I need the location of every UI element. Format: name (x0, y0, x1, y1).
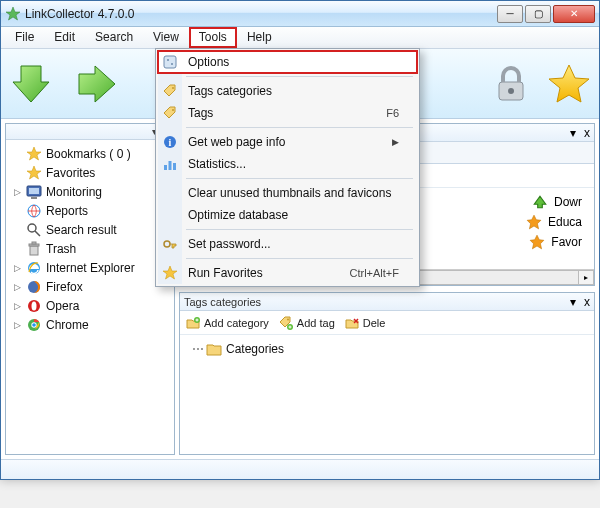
menu-label: Run Favorites (188, 266, 263, 280)
tree-bookmarks[interactable]: Bookmarks ( 0 ) (8, 144, 172, 163)
chrome-icon (26, 317, 42, 333)
bookmarks-tree[interactable]: Bookmarks ( 0 ) Favorites ▷ Monitoring R… (6, 140, 174, 454)
svg-rect-7 (29, 188, 39, 194)
svg-marker-26 (530, 235, 544, 249)
maximize-button[interactable]: ▢ (525, 5, 551, 23)
tag-icon (162, 83, 178, 99)
info-icon: i (162, 134, 178, 150)
minimize-button[interactable]: ─ (497, 5, 523, 23)
svg-rect-32 (164, 56, 176, 68)
expand-icon[interactable]: ▷ (12, 282, 22, 292)
menu-tags[interactable]: Tags F6 (158, 102, 417, 124)
svg-rect-12 (30, 246, 38, 255)
left-pane-header: ▾ x (6, 124, 174, 140)
categories-root[interactable]: ⋯ Categories (186, 339, 588, 358)
lock-icon[interactable] (489, 62, 533, 106)
tree-label: Chrome (46, 318, 89, 332)
opera-icon (26, 298, 42, 314)
tree-ie[interactable]: ▷ Internet Explorer (8, 258, 172, 277)
window-title: LinkCollector 4.7.0.0 (25, 7, 495, 21)
arrow-right-green-icon[interactable] (75, 62, 119, 106)
menu-run-favorites[interactable]: Run Favorites Ctrl+Alt+F (158, 262, 417, 284)
svg-rect-41 (173, 163, 176, 170)
scroll-right-button[interactable]: ▸ (578, 270, 594, 285)
menu-view[interactable]: View (143, 27, 189, 48)
tree-label: Internet Explorer (46, 261, 135, 275)
panel-close-button[interactable]: x (584, 126, 590, 140)
menu-file[interactable]: File (5, 27, 44, 48)
menu-statistics[interactable]: Statistics... (158, 153, 417, 175)
svg-rect-8 (31, 197, 37, 199)
star-icon (26, 165, 42, 181)
svg-point-42 (164, 241, 170, 247)
tree-label: Favorites (46, 166, 95, 180)
svg-text:i: i (169, 137, 172, 148)
menu-get-web-info[interactable]: i Get web page info ▶ (158, 131, 417, 153)
panel-close-button[interactable]: x (584, 295, 590, 309)
tree-favorites[interactable]: Favorites (8, 163, 172, 182)
up-arrow-green-icon (532, 194, 548, 210)
options-icon (162, 54, 178, 70)
add-tag-button[interactable]: Add tag (279, 316, 335, 330)
arrow-down-green-icon[interactable] (9, 62, 53, 106)
svg-line-11 (35, 231, 40, 236)
star-run-icon (162, 265, 178, 281)
tree-search-result[interactable]: Search result (8, 220, 172, 239)
firefox-icon (26, 279, 42, 295)
tree-reports[interactable]: Reports (8, 201, 172, 220)
svg-marker-43 (163, 266, 177, 279)
menu-label: Get web page info (188, 135, 285, 149)
submenu-arrow-icon: ▶ (392, 137, 399, 147)
menu-search[interactable]: Search (85, 27, 143, 48)
expand-icon[interactable]: ▷ (12, 187, 22, 197)
menu-edit[interactable]: Edit (44, 27, 85, 48)
statusbar (1, 459, 599, 479)
svg-point-36 (172, 109, 174, 111)
expand-icon[interactable]: ▷ (12, 320, 22, 330)
menu-label: Optimize database (188, 208, 288, 222)
close-button[interactable]: ✕ (553, 5, 595, 23)
svg-point-34 (171, 63, 173, 65)
svg-point-18 (32, 301, 37, 310)
menu-label: Clear unused thumbnails and favicons (188, 186, 391, 200)
menu-tags-categories[interactable]: Tags categories (158, 80, 417, 102)
svg-marker-3 (549, 65, 589, 102)
menu-set-password[interactable]: Set password... (158, 233, 417, 255)
tree-trash[interactable]: Trash (8, 239, 172, 258)
star-yellow-icon[interactable] (547, 62, 591, 106)
add-category-button[interactable]: Add category (186, 316, 269, 330)
svg-marker-5 (27, 166, 41, 179)
menu-clear-thumbnails[interactable]: Clear unused thumbnails and favicons (158, 182, 417, 204)
svg-marker-25 (527, 215, 541, 229)
svg-point-28 (287, 318, 289, 320)
panel-float-button[interactable]: ▾ (570, 295, 576, 309)
tree-firefox[interactable]: ▷ Firefox (8, 277, 172, 296)
expand-icon[interactable]: ▷ (12, 301, 22, 311)
key-icon (162, 236, 178, 252)
toolbar-label: Dele (363, 317, 386, 329)
menu-tools[interactable]: Tools (189, 27, 237, 48)
tree-label: Categories (226, 342, 284, 356)
tree-label: Trash (46, 242, 76, 256)
menu-options[interactable]: Options (158, 51, 417, 73)
tree-chrome[interactable]: ▷ Chrome (8, 315, 172, 334)
expand-icon[interactable]: ▷ (12, 263, 22, 273)
star-icon (26, 146, 42, 162)
menu-help[interactable]: Help (237, 27, 282, 48)
toolbar-label: Add tag (297, 317, 335, 329)
tree-opera[interactable]: ▷ Opera (8, 296, 172, 315)
delete-tag-button[interactable]: Dele (345, 316, 386, 330)
svg-point-10 (28, 224, 36, 232)
folder-plus-icon (186, 316, 200, 330)
panel-float-button[interactable]: ▾ (570, 126, 576, 140)
tree-label: Search result (46, 223, 117, 237)
tags-tree[interactable]: ⋯ Categories (180, 335, 594, 454)
svg-rect-39 (164, 165, 167, 170)
menu-optimize-db[interactable]: Optimize database (158, 204, 417, 226)
item-label: Educa (548, 215, 582, 229)
tree-label: Firefox (46, 280, 83, 294)
tags-categories-panel: Tags categories ▾ x Add category Add tag (179, 292, 595, 455)
tree-label: Bookmarks ( 0 ) (46, 147, 131, 161)
tag-plus-icon (279, 316, 293, 330)
tree-monitoring[interactable]: ▷ Monitoring (8, 182, 172, 201)
